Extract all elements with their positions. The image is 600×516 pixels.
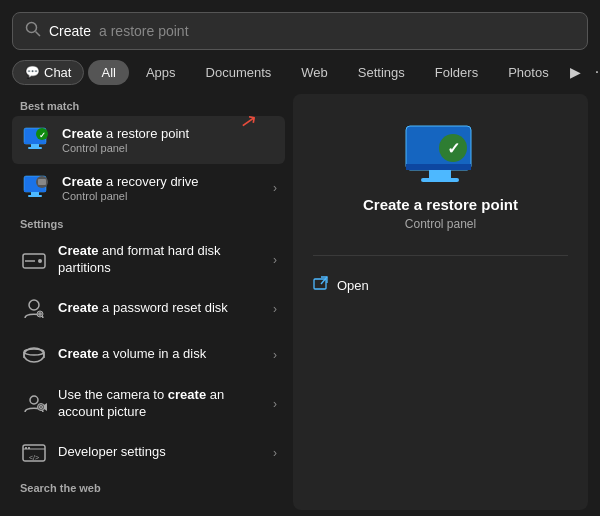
right-panel: ✓ Create a restore point Control panel O… — [293, 94, 588, 510]
svg-text:✓: ✓ — [446, 140, 459, 157]
settings-text-camera: Use the camera to create an account pict… — [58, 387, 263, 421]
svg-rect-32 — [28, 447, 30, 449]
harddisk-icon — [20, 246, 48, 274]
tab-documents-label: Documents — [206, 65, 272, 80]
chat-icon: 💬 — [25, 65, 40, 79]
svg-text:✓: ✓ — [39, 131, 46, 140]
open-label: Open — [337, 278, 369, 293]
svg-text:</>: </> — [29, 454, 39, 461]
svg-rect-39 — [429, 170, 451, 178]
result-item-restore[interactable]: ↙ ✓ Create a restore point Co — [12, 116, 285, 164]
settings-text-developer: Developer settings — [58, 444, 263, 461]
settings-item-volume[interactable]: Create a volume in a disk › — [12, 332, 285, 378]
recovery-drive-icon — [20, 172, 52, 204]
tab-apps-label: Apps — [146, 65, 176, 80]
tab-apps[interactable]: Apps — [133, 60, 189, 85]
tab-settings[interactable]: Settings — [345, 60, 418, 85]
chevron-right-icon-1: › — [273, 253, 277, 267]
preview-app-icon: ✓ — [401, 124, 481, 184]
result-text-restore: Create a restore point Control panel — [62, 126, 277, 154]
svg-rect-40 — [421, 178, 459, 182]
tab-settings-label: Settings — [358, 65, 405, 80]
chevron-right-icon-3: › — [273, 348, 277, 362]
result-rest: a restore point — [106, 126, 189, 141]
tab-photos-label: Photos — [508, 65, 548, 80]
more-button[interactable]: ··· — [589, 59, 600, 85]
tab-folders[interactable]: Folders — [422, 60, 491, 85]
search-placeholder: a restore point — [99, 23, 189, 39]
search-icon — [25, 21, 41, 41]
settings-text-volume: Create a volume in a disk — [58, 346, 263, 363]
best-match-label: Best match — [12, 94, 285, 116]
tab-folders-label: Folders — [435, 65, 478, 80]
settings-item-developer[interactable]: </> Developer settings › — [12, 430, 285, 476]
svg-rect-11 — [28, 195, 42, 197]
svg-rect-13 — [38, 179, 46, 185]
svg-point-26 — [38, 403, 45, 410]
search-bar: Create a restore point — [12, 12, 588, 50]
tab-chat-label: Chat — [44, 65, 71, 80]
result-item-recovery[interactable]: Create a recovery drive Control panel › — [12, 164, 285, 212]
preview-title: Create a restore point — [363, 196, 518, 213]
settings-section-label: Settings — [12, 212, 285, 234]
divider — [313, 255, 568, 256]
svg-point-0 — [27, 23, 37, 33]
chevron-right-icon-2: › — [273, 302, 277, 316]
open-icon — [313, 276, 329, 295]
camera-icon — [20, 390, 48, 418]
svg-point-15 — [38, 259, 42, 263]
chevron-right-icon: › — [273, 181, 277, 195]
result-title-recovery: Create a recovery drive — [62, 174, 263, 189]
tab-all[interactable]: All — [88, 60, 128, 85]
result-bold-create: Create — [62, 126, 102, 141]
result-subtitle-restore: Control panel — [62, 142, 277, 154]
play-button[interactable]: ▶ — [566, 64, 585, 80]
web-section-label: Search the web — [12, 476, 285, 498]
password-icon — [20, 295, 48, 323]
settings-item-harddisk[interactable]: Create and format hard disk partitions › — [12, 234, 285, 286]
filter-tabs: 💬 Chat All Apps Documents Web Settings F… — [0, 58, 600, 94]
result-subtitle-recovery: Control panel — [62, 190, 263, 202]
tab-photos[interactable]: Photos — [495, 60, 561, 85]
result-text-recovery: Create a recovery drive Control panel — [62, 174, 263, 202]
chevron-right-icon-4: › — [273, 397, 277, 411]
svg-point-22 — [24, 349, 44, 355]
settings-item-camera[interactable]: Use the camera to create an account pict… — [12, 378, 285, 430]
tab-documents[interactable]: Documents — [193, 60, 285, 85]
svg-rect-9 — [24, 190, 46, 192]
developer-icon: </> — [20, 439, 48, 467]
settings-text-password: Create a password reset disk — [58, 300, 263, 317]
svg-rect-10 — [31, 192, 39, 195]
left-panel: Best match ↙ ✓ Create — [0, 94, 285, 510]
tab-chat[interactable]: 💬 Chat — [12, 60, 84, 85]
svg-line-1 — [36, 32, 41, 37]
settings-text-harddisk: Create and format hard disk partitions — [58, 243, 263, 277]
svg-point-25 — [30, 396, 38, 404]
chevron-right-icon-5: › — [273, 446, 277, 460]
result-title-restore: Create a restore point — [62, 126, 277, 141]
tab-web[interactable]: Web — [288, 60, 341, 85]
svg-marker-28 — [44, 403, 47, 411]
svg-rect-3 — [24, 142, 46, 144]
volume-icon — [20, 341, 48, 369]
settings-item-password[interactable]: Create a password reset disk › — [12, 286, 285, 332]
main-content: Best match ↙ ✓ Create — [0, 94, 600, 510]
web-search-icon — [20, 507, 48, 510]
search-query: Create — [49, 23, 91, 39]
open-action[interactable]: Open — [313, 272, 568, 299]
tab-web-label: Web — [301, 65, 328, 80]
svg-point-17 — [29, 300, 39, 310]
tab-all-label: All — [101, 65, 115, 80]
web-search-item[interactable]: Create - See web results › — [12, 498, 285, 510]
svg-rect-31 — [25, 447, 27, 449]
restore-point-icon: ✓ — [20, 124, 52, 156]
svg-rect-5 — [28, 147, 42, 149]
svg-rect-38 — [406, 164, 471, 170]
svg-rect-4 — [31, 144, 39, 147]
preview-subtitle: Control panel — [405, 217, 476, 231]
